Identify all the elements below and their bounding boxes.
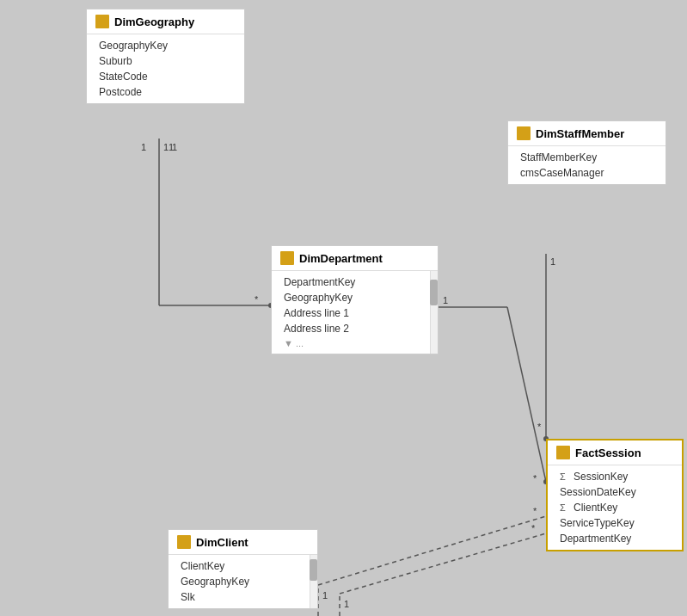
svg-text:*: *	[533, 473, 537, 484]
field-suburb: Suburb	[87, 53, 244, 69]
sigma-icon-clientkey: Σ	[560, 502, 570, 513]
table-icon-dimstaffmember	[517, 126, 531, 140]
svg-text:1: 1	[443, 295, 448, 305]
scrollbar-thumb-client[interactable]	[310, 559, 317, 581]
field-more: ▼ ...	[272, 336, 429, 350]
table-icon-dimclient	[177, 535, 191, 549]
table-dimclient: DimClient ClientKey GeographyKey Slk	[168, 529, 318, 609]
svg-text:*: *	[533, 506, 537, 516]
table-header-dimstaffmember: DimStaffMember	[508, 121, 666, 146]
scrollbar[interactable]	[430, 271, 438, 354]
field-geographykey-client: GeographyKey	[169, 574, 309, 589]
field-cmscasemanager: cmsCaseManager	[508, 165, 666, 181]
field-geographykey: GeographyKey	[87, 38, 244, 53]
svg-text:*: *	[531, 523, 536, 533]
field-departmentkey: DepartmentKey	[272, 274, 429, 290]
scrollbar-client[interactable]	[310, 555, 317, 608]
field-sessionkey: Σ SessionKey	[548, 469, 682, 484]
svg-text:1: 1	[163, 142, 169, 152]
svg-text:1: 1	[141, 142, 146, 152]
table-header-dimdepartment: DimDepartment	[272, 246, 438, 271]
field-geographykey-dept: GeographyKey	[272, 290, 429, 305]
table-header-factsession: FactSession	[548, 440, 682, 465]
table-icon-factsession	[556, 446, 570, 459]
svg-text:1: 1	[322, 590, 328, 601]
svg-text:*: *	[537, 422, 542, 432]
field-departmentkey-fact: DepartmentKey	[548, 531, 682, 546]
sigma-icon-sessionkey: Σ	[560, 471, 570, 482]
field-slk: Slk	[169, 589, 309, 605]
table-dimgeography: DimGeography GeographyKey Suburb StateCo…	[86, 9, 245, 104]
svg-text:1: 1	[344, 599, 349, 609]
scrollbar-thumb[interactable]	[430, 280, 438, 305]
table-icon-dimdepartment	[280, 251, 294, 265]
field-postcode: Postcode	[87, 84, 244, 100]
field-addressline1: Address line 1	[272, 305, 429, 321]
field-staffmemberkey: StaffMemberKey	[508, 150, 666, 165]
table-dimdepartment: DimDepartment DepartmentKey GeographyKey…	[271, 245, 439, 354]
svg-line-20	[340, 533, 546, 594]
svg-line-11	[507, 307, 546, 482]
table-body-dimdepartment: DepartmentKey GeographyKey Address line …	[272, 271, 438, 354]
table-body-dimgeography: GeographyKey Suburb StateCode Postcode	[87, 34, 244, 103]
field-sessiondatekey: SessionDateKey	[548, 484, 682, 500]
svg-text:1: 1	[172, 142, 177, 152]
svg-text:1: 1	[169, 142, 174, 152]
field-clientkey: ClientKey	[169, 558, 309, 574]
svg-text:1: 1	[550, 256, 555, 267]
table-body-dimclient: ClientKey GeographyKey Slk	[169, 555, 317, 608]
table-factsession: FactSession Σ SessionKey SessionDateKey …	[546, 439, 684, 551]
field-clientkey-fact: Σ ClientKey	[548, 500, 682, 515]
field-statecode: StateCode	[87, 69, 244, 84]
svg-text:*: *	[255, 294, 259, 305]
table-icon-dimgeography	[95, 15, 109, 28]
table-header-dimgeography: DimGeography	[87, 9, 244, 34]
field-servicetypekey: ServiceTypeKey	[548, 515, 682, 531]
field-addressline2: Address line 2	[272, 321, 429, 336]
table-dimstaffmember: DimStaffMember StaffMemberKey cmsCaseMan…	[507, 120, 666, 185]
diagram-canvas: 1 1 * 1 * 1 * 1 * 1 * 1 1	[0, 0, 687, 616]
table-header-dimclient: DimClient	[169, 530, 317, 555]
table-body-dimstaffmember: StaffMemberKey cmsCaseManager	[508, 146, 666, 184]
table-body-factsession: Σ SessionKey SessionDateKey Σ ClientKey …	[548, 465, 682, 550]
svg-line-16	[318, 516, 546, 585]
